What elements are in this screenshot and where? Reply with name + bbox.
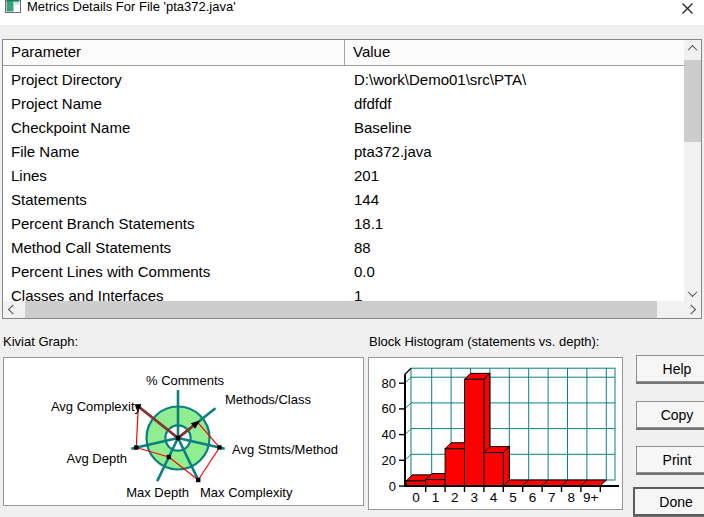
- kiviat-data-point: [196, 478, 200, 482]
- table-row[interactable]: Lines201: [3, 164, 684, 188]
- value-cell: D:\work\Demo01\src\PTA\: [345, 68, 684, 92]
- histogram-section-label: Block Histogram (statements vs. depth):: [369, 334, 599, 349]
- kiviat-axis-label: Avg Depth: [67, 451, 127, 466]
- kiviat-chart: % CommentsMethods/ClassAvg Stmts/MethodM…: [4, 358, 363, 505]
- value-cell: dfdfdf: [345, 92, 684, 116]
- value-cell: pta372.java: [345, 140, 684, 164]
- param-cell: Statements: [3, 188, 345, 212]
- table-row[interactable]: Statements144: [3, 188, 684, 212]
- value-cell: 0.0: [345, 260, 684, 284]
- histogram-y-tick-label: 60: [382, 401, 396, 416]
- histogram-y-tick-label: 40: [382, 427, 396, 442]
- kiviat-axis-label: Max Depth: [126, 485, 189, 500]
- value-cell: 1: [345, 284, 684, 301]
- histogram-x-tick-label: 1: [432, 490, 440, 505]
- table-row[interactable]: Project DirectoryD:\work\Demo01\src\PTA\: [3, 68, 684, 92]
- metrics-table: Parameter Value Project DirectoryD:\work…: [2, 39, 702, 319]
- kiviat-axis-label: Methods/Class: [225, 392, 311, 407]
- param-cell: Project Directory: [3, 68, 345, 92]
- param-cell: Percent Branch Statements: [3, 212, 345, 236]
- histogram-bar: [465, 379, 484, 486]
- histogram-bar: [445, 449, 464, 486]
- value-cell: 201: [345, 164, 684, 188]
- value-cell: 18.1: [345, 212, 684, 236]
- histogram-x-tick-label: 9+: [583, 490, 599, 505]
- table-header: Parameter Value: [3, 40, 684, 66]
- table-row[interactable]: Checkpoint NameBaseline: [3, 116, 684, 140]
- scroll-right-button[interactable]: [684, 301, 701, 318]
- kiviat-axis-label: % Comments: [146, 373, 225, 388]
- column-header-value[interactable]: Value: [345, 40, 684, 65]
- titlebar: Metrics Details For File 'pta372.java': [0, 0, 704, 25]
- histogram-x-tick-label: 3: [470, 490, 478, 505]
- histogram-x-tick-label: 4: [490, 490, 498, 505]
- chevron-up-icon: [688, 45, 698, 55]
- kiviat-data-point: [134, 445, 138, 449]
- table-body: Project DirectoryD:\work\Demo01\src\PTA\…: [3, 66, 684, 301]
- kiviat-axis-label: Max Complexity: [200, 485, 293, 500]
- histogram-y-tick-label: 0: [389, 479, 396, 494]
- param-cell: Project Name: [3, 92, 345, 116]
- kiviat-data-point: [217, 445, 221, 449]
- kiviat-axis-label: Avg Complexity: [51, 399, 142, 414]
- histogram-bar-side: [503, 447, 509, 486]
- close-button[interactable]: [672, 0, 702, 20]
- vertical-scrollbar[interactable]: [684, 40, 701, 302]
- histogram-y-tick-label: 80: [382, 376, 396, 391]
- value-cell: Baseline: [345, 116, 684, 140]
- scroll-left-button[interactable]: [3, 301, 20, 318]
- vertical-scroll-thumb[interactable]: [684, 60, 701, 142]
- print-button[interactable]: Print: [636, 446, 704, 473]
- param-cell: Percent Lines with Comments: [3, 260, 345, 284]
- chevron-left-icon: [8, 305, 18, 315]
- kiviat-data-point: [176, 436, 180, 440]
- scroll-down-button[interactable]: [684, 285, 701, 302]
- done-button[interactable]: Done: [633, 487, 704, 516]
- horizontal-scrollbar[interactable]: [3, 301, 701, 318]
- histogram-y-tick-label: 20: [382, 453, 396, 468]
- kiviat-data-point: [167, 455, 171, 459]
- table-row[interactable]: Percent Branch Statements18.1: [3, 212, 684, 236]
- horizontal-scroll-thumb[interactable]: [25, 301, 657, 318]
- histogram-axis-hatch: [405, 368, 411, 374]
- close-icon: [681, 2, 694, 15]
- scroll-up-button[interactable]: [684, 40, 701, 57]
- block-histogram-panel: 0204060800123456789+: [368, 357, 623, 510]
- kiviat-axis-label: Avg Stmts/Method: [232, 442, 338, 457]
- param-cell: Checkpoint Name: [3, 116, 345, 140]
- histogram-wall: [411, 368, 615, 480]
- chevron-right-icon: [686, 305, 696, 315]
- app-icon: [5, 0, 21, 13]
- histogram-x-tick-label: 6: [529, 490, 537, 505]
- table-row[interactable]: Percent Lines with Comments0.0: [3, 260, 684, 284]
- table-row[interactable]: Project Namedfdfdf: [3, 92, 684, 116]
- table-row[interactable]: File Namepta372.java: [3, 140, 684, 164]
- table-row[interactable]: Classes and Interfaces1: [3, 284, 684, 301]
- histogram-bar: [484, 453, 503, 486]
- param-cell: Lines: [3, 164, 345, 188]
- value-cell: 144: [345, 188, 684, 212]
- histogram-chart: 0204060800123456789+: [369, 358, 622, 509]
- help-button[interactable]: Help: [636, 355, 704, 382]
- histogram-x-tick-label: 0: [412, 490, 420, 505]
- chevron-down-icon: [688, 287, 698, 297]
- param-cell: File Name: [3, 140, 345, 164]
- histogram-x-tick-label: 8: [567, 490, 575, 505]
- param-cell: Classes and Interfaces: [3, 284, 345, 301]
- histogram-x-tick-label: 2: [451, 490, 459, 505]
- histogram-x-tick-label: 7: [548, 490, 556, 505]
- column-header-parameter[interactable]: Parameter: [3, 40, 345, 65]
- copy-button[interactable]: Copy: [636, 401, 704, 428]
- window-title: Metrics Details For File 'pta372.java': [27, 0, 236, 14]
- kiviat-graph-panel: % CommentsMethods/ClassAvg Stmts/MethodM…: [3, 357, 364, 506]
- kiviat-section-label: Kiviat Graph:: [3, 334, 78, 349]
- table-row[interactable]: Method Call Statements88: [3, 236, 684, 260]
- histogram-x-tick-label: 5: [509, 490, 517, 505]
- param-cell: Method Call Statements: [3, 236, 345, 260]
- value-cell: 88: [345, 236, 684, 260]
